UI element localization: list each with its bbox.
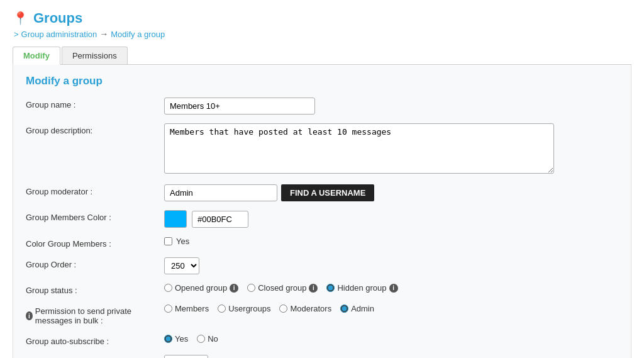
bulk-pm-admin-item: Admin — [340, 304, 374, 313]
auto-subscribe-control: Yes No — [164, 334, 618, 344]
bulk-pm-info-icon[interactable]: i — [26, 311, 33, 320]
breadcrumb: > Group administration → Modify a group — [14, 29, 631, 39]
group-name-label: Group name : — [26, 98, 164, 109]
status-closed-label: Closed group — [258, 283, 306, 293]
auto-subscribe-no-item: No — [197, 334, 218, 344]
status-opened-label: Opened group — [175, 283, 227, 293]
group-description-row: Group description: Members that have pos… — [26, 123, 618, 176]
status-hidden-item: Hidden group i — [326, 283, 397, 293]
group-members-color-label: Group Members Color : — [26, 210, 164, 222]
tabs-container: Modify Permissions — [13, 47, 631, 65]
group-moderator-label: Group moderator : — [26, 184, 164, 196]
min-posts-input[interactable] — [164, 355, 208, 358]
title-text: Groups — [33, 10, 82, 26]
bulk-pm-moderators-radio[interactable] — [279, 305, 287, 313]
bulk-pm-members-label: Members — [175, 304, 209, 313]
min-posts-row: i Minimum Posts : — [26, 355, 618, 358]
auto-subscribe-yes-item: Yes — [164, 334, 188, 344]
status-opened-info-icon[interactable]: i — [230, 284, 238, 293]
auto-subscribe-yes-radio[interactable] — [164, 335, 172, 343]
group-name-control — [164, 98, 618, 115]
group-status-radio-group: Opened group i Closed group i Hidden gro… — [164, 283, 618, 293]
moderator-row: FIND A USERNAME — [164, 184, 618, 201]
group-order-select[interactable]: 250 100 200 300 — [164, 257, 199, 274]
page-wrapper: 📍 Groups > Group administration → Modify… — [0, 0, 644, 358]
breadcrumb-arrow-start: > — [14, 30, 19, 39]
breadcrumb-current: Modify a group — [111, 30, 165, 39]
bulk-pm-label: i Permission to send private messages in… — [26, 304, 164, 325]
group-description-textarea[interactable]: Members that have posted at least 10 mes… — [164, 123, 554, 174]
group-status-row: Group status : Opened group i Closed gro… — [26, 283, 618, 295]
bulk-pm-usergroups-item: Usergroups — [218, 304, 270, 313]
bulk-pm-control: Members Usergroups Moderators Admin — [164, 304, 618, 313]
group-moderator-control: FIND A USERNAME — [164, 184, 618, 201]
find-username-button[interactable]: FIND A USERNAME — [281, 184, 374, 201]
bulk-pm-admin-label: Admin — [351, 304, 374, 313]
group-order-row: Group Order : 250 100 200 300 — [26, 257, 618, 274]
status-opened-item: Opened group i — [164, 283, 238, 293]
group-status-label: Group status : — [26, 283, 164, 295]
status-hidden-radio[interactable] — [326, 284, 335, 292]
color-group-members-control: Yes — [164, 237, 618, 246]
breadcrumb-arrow: → — [99, 29, 108, 39]
group-name-input[interactable] — [164, 98, 315, 115]
group-moderator-input[interactable] — [164, 184, 277, 201]
group-name-row: Group name : — [26, 98, 618, 115]
color-group-members-checkbox[interactable] — [164, 237, 172, 245]
tab-modify[interactable]: Modify — [13, 47, 60, 65]
bulk-pm-radio-group: Members Usergroups Moderators Admin — [164, 304, 618, 313]
bulk-pm-moderators-label: Moderators — [290, 304, 331, 313]
group-order-label: Group Order : — [26, 257, 164, 269]
color-group-members-label: Color Group Members : — [26, 237, 164, 249]
min-posts-label: i Minimum Posts : — [26, 355, 164, 358]
bulk-pm-members-item: Members — [164, 304, 209, 313]
group-members-color-row: Group Members Color : — [26, 210, 618, 228]
auto-subscribe-no-label: No — [208, 334, 218, 344]
group-description-control: Members that have posted at least 10 mes… — [164, 123, 618, 176]
group-members-color-control — [164, 210, 618, 228]
auto-subscribe-radio-group: Yes No — [164, 334, 618, 344]
group-description-label: Group description: — [26, 123, 164, 135]
group-moderator-row: Group moderator : FIND A USERNAME — [26, 184, 618, 201]
status-closed-item: Closed group i — [247, 283, 318, 293]
tab-permissions[interactable]: Permissions — [62, 47, 128, 64]
page-header: 📍 Groups > Group administration → Modify… — [13, 10, 631, 39]
pin-icon: 📍 — [13, 11, 28, 26]
section-title: Modify a group — [26, 75, 618, 87]
breadcrumb-group-admin[interactable]: Group administration — [21, 30, 97, 39]
color-group-members-checkbox-label: Yes — [176, 237, 189, 246]
group-order-control: 250 100 200 300 — [164, 257, 618, 274]
form-section: Modify a group Group name : Group descri… — [13, 65, 631, 358]
status-closed-radio[interactable] — [247, 284, 255, 292]
page-title: 📍 Groups — [13, 10, 631, 26]
bulk-pm-usergroups-radio[interactable] — [218, 305, 226, 313]
color-row — [164, 210, 618, 228]
min-posts-control — [164, 355, 618, 358]
status-opened-radio[interactable] — [164, 284, 172, 292]
color-hex-input[interactable] — [192, 211, 248, 228]
auto-subscribe-row: Group auto-subscribe : Yes No — [26, 334, 618, 346]
auto-subscribe-yes-label: Yes — [175, 334, 188, 344]
auto-subscribe-label: Group auto-subscribe : — [26, 334, 164, 346]
bulk-pm-moderators-item: Moderators — [279, 304, 331, 313]
status-closed-info-icon[interactable]: i — [309, 284, 318, 293]
bulk-pm-usergroups-label: Usergroups — [228, 304, 270, 313]
auto-subscribe-no-radio[interactable] — [197, 335, 205, 343]
color-swatch[interactable] — [164, 210, 187, 228]
bulk-pm-members-radio[interactable] — [164, 305, 172, 313]
status-hidden-info-icon[interactable]: i — [389, 284, 398, 293]
bulk-pm-admin-radio[interactable] — [340, 305, 348, 313]
bulk-pm-label-text: Permission to send private messages in b… — [35, 306, 164, 325]
color-group-members-row: Color Group Members : Yes — [26, 237, 618, 249]
group-status-control: Opened group i Closed group i Hidden gro… — [164, 283, 618, 293]
bulk-pm-row: i Permission to send private messages in… — [26, 304, 618, 325]
status-hidden-label: Hidden group — [337, 283, 386, 293]
checkbox-row: Yes — [164, 237, 618, 246]
